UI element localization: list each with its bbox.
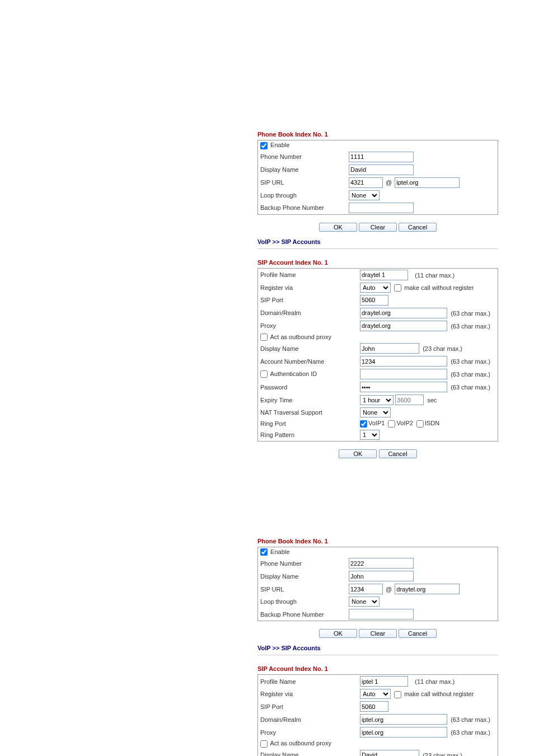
display-name-input2[interactable] <box>360 750 419 756</box>
outbound-label: Act as outbound proxy <box>270 740 331 746</box>
make-call-label: make call without register <box>404 691 474 697</box>
label-display-name: Display Name <box>258 163 347 176</box>
label-profile-name: Profile Name <box>258 268 358 281</box>
sip-url-user-input[interactable] <box>349 177 383 188</box>
cancel-button[interactable]: Cancel <box>399 629 437 638</box>
enable-label: Enable <box>270 142 289 148</box>
at-sign: @ <box>385 179 393 186</box>
voip1-checkbox[interactable] <box>360 420 367 428</box>
outbound-checkbox[interactable] <box>260 334 268 341</box>
expiry-seconds-input[interactable] <box>395 395 424 405</box>
breadcrumb-voip-sip: VoIP >> SIP Accounts <box>257 642 498 652</box>
voip2-checkbox[interactable] <box>388 420 395 428</box>
label-register-via: Register via <box>258 688 358 700</box>
phonebook-table: Enable Phone Number Display Name SIP URL… <box>257 547 498 622</box>
phonebook-table: Enable Phone Number Display Name SIP URL… <box>257 140 498 215</box>
hint-domain: (63 char max.) <box>451 309 490 316</box>
display-name-input2[interactable] <box>360 343 419 354</box>
profile-name-input[interactable] <box>360 270 408 280</box>
enable-label: Enable <box>270 548 289 555</box>
make-call-checkbox[interactable] <box>394 691 401 698</box>
phone-number-input[interactable] <box>349 558 414 569</box>
label-phone-number: Phone Number <box>258 557 347 570</box>
label-profile-name: Profile Name <box>258 675 358 688</box>
label-domain: Domain/Realm <box>258 307 358 320</box>
nat-select[interactable]: None <box>360 407 391 417</box>
sip-url-domain-input[interactable] <box>395 584 460 594</box>
voip2-label: VoIP2 <box>396 420 413 426</box>
sip-port-input[interactable] <box>360 701 388 712</box>
cancel-button[interactable]: Cancel <box>399 223 437 232</box>
loop-through-select[interactable]: None <box>349 597 380 607</box>
breadcrumb-voip-sip: VoIP >> SIP Accounts <box>257 236 498 246</box>
auth-id-checkbox[interactable] <box>260 370 268 378</box>
label-phone-number: Phone Number <box>258 151 347 163</box>
sip-account-table: Profile Name (11 char max.) Register via… <box>257 674 498 756</box>
label-backup-phone: Backup Phone Number <box>258 608 347 621</box>
register-via-select[interactable]: Auto <box>360 283 391 293</box>
label-ring-port: Ring Port <box>258 419 358 429</box>
sip-account-title: SIP Account Index No. 1 <box>257 257 498 268</box>
label-display-name2: Display Name <box>258 749 358 756</box>
label-sip-port: SIP Port <box>258 294 358 307</box>
clear-button[interactable]: Clear <box>359 629 397 638</box>
cancel-button[interactable]: Cancel <box>379 449 417 458</box>
hint-profile-name: (11 char max.) <box>415 678 455 685</box>
ok-button[interactable]: OK <box>319 629 357 638</box>
register-via-select[interactable]: Auto <box>360 689 391 699</box>
loop-through-select[interactable]: None <box>349 190 380 200</box>
hint-password: (63 char max.) <box>451 384 490 391</box>
expiry-select[interactable]: 1 hour <box>360 395 394 405</box>
proxy-input[interactable] <box>360 321 447 331</box>
hint-proxy: (63 char max.) <box>451 729 490 736</box>
enable-checkbox[interactable] <box>260 548 268 556</box>
sip-port-input[interactable] <box>360 295 388 306</box>
hint-display-name: (23 char max.) <box>423 345 462 352</box>
domain-input[interactable] <box>360 308 447 318</box>
phone-number-input[interactable] <box>349 152 414 162</box>
display-name-input[interactable] <box>349 571 414 581</box>
hint-domain: (63 char max.) <box>451 716 490 723</box>
ok-button[interactable]: OK <box>339 449 377 458</box>
label-nat: NAT Traversal Support <box>258 406 358 419</box>
auth-id-input[interactable] <box>360 369 447 379</box>
isdn-checkbox[interactable] <box>416 420 424 428</box>
backup-phone-input[interactable] <box>349 609 414 619</box>
make-call-label: make call without register <box>404 284 474 291</box>
auth-id-label: Authentication ID <box>270 370 317 377</box>
label-sip-url: SIP URL <box>258 583 347 595</box>
hint-account: (63 char max.) <box>451 358 490 365</box>
label-proxy: Proxy <box>258 320 358 332</box>
ok-button[interactable]: OK <box>319 223 357 232</box>
display-name-input[interactable] <box>349 165 414 175</box>
make-call-checkbox[interactable] <box>394 284 401 292</box>
outbound-checkbox[interactable] <box>260 740 268 748</box>
hint-profile-name: (11 char max.) <box>415 271 455 278</box>
sip-url-domain-input[interactable] <box>395 177 460 188</box>
label-loop-through: Loop through <box>258 189 347 201</box>
hint-display-name: (23 char max.) <box>423 752 462 756</box>
profile-name-input[interactable] <box>360 676 408 687</box>
clear-button[interactable]: Clear <box>359 223 397 232</box>
phonebook-title: Phone Book Index No. 1 <box>257 129 498 140</box>
label-sip-port: SIP Port <box>258 700 358 713</box>
backup-phone-input[interactable] <box>349 203 414 213</box>
label-display-name2: Display Name <box>258 342 358 355</box>
outbound-label: Act as outbound proxy <box>270 334 331 340</box>
label-loop-through: Loop through <box>258 595 347 608</box>
expiry-unit: sec <box>427 397 437 403</box>
label-password: Password <box>258 381 358 393</box>
label-expiry: Expiry Time <box>258 393 358 406</box>
account-input[interactable] <box>360 356 447 367</box>
isdn-label: ISDN <box>425 420 439 426</box>
enable-checkbox[interactable] <box>260 142 268 149</box>
domain-input[interactable] <box>360 714 447 725</box>
label-backup-phone: Backup Phone Number <box>258 201 347 215</box>
label-domain: Domain/Realm <box>258 713 358 726</box>
sip-url-user-input[interactable] <box>349 584 383 594</box>
ring-pattern-select[interactable]: 1 <box>360 430 380 440</box>
at-sign: @ <box>385 586 393 593</box>
password-input[interactable] <box>360 382 447 392</box>
divider <box>257 655 498 655</box>
proxy-input[interactable] <box>360 727 447 738</box>
